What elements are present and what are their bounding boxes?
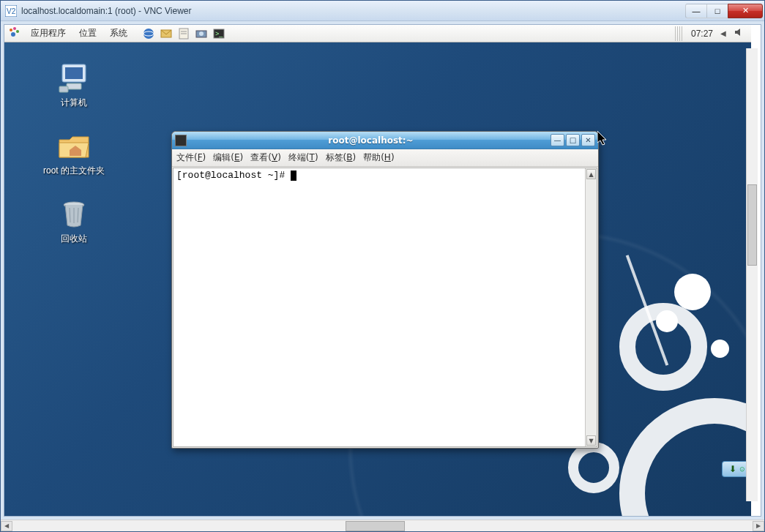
svg-point-2 [10, 29, 12, 31]
svg-rect-17 [65, 67, 83, 79]
launcher-mail-icon[interactable] [158, 27, 174, 40]
wallpaper-dot [674, 274, 711, 310]
desktop-icon-trash[interactable]: 回收站 [34, 198, 114, 245]
panel-clock[interactable]: 07:27 [691, 29, 713, 39]
terminal-menu-help[interactable]: 帮助(H) [363, 151, 394, 164]
desktop-icon-label: root 的主文件夹 [43, 165, 105, 177]
terminal-scrollbar[interactable]: ▲ ▼ [585, 168, 597, 446]
places-menu[interactable]: 位置 [76, 26, 100, 41]
win7-maximize-button[interactable]: □ [706, 4, 728, 18]
wallpaper-dot [711, 340, 729, 358]
vnc-viewer-window: V2 localhost.localdomain:1 (root) - VNC … [0, 0, 765, 532]
terminal-maximize-button[interactable]: □ [566, 134, 580, 146]
applications-menu[interactable]: 应用程序 [28, 26, 69, 41]
panel-grip-icon [675, 26, 684, 41]
vnc-app-icon: V2 [5, 5, 17, 17]
terminal-titlebar-icon [175, 135, 187, 146]
panel-volume-icon[interactable] [734, 27, 744, 40]
win7-minimize-button[interactable]: — [685, 4, 707, 18]
expand-icon: ⊙ [739, 465, 745, 473]
vnc-horizontal-scrollbar[interactable]: ◀ ▶ [1, 520, 764, 531]
vnc-vertical-scrollbar[interactable] [746, 48, 758, 501]
svg-rect-18 [67, 83, 81, 89]
vnc-content-area: 应用程序 位置 系统 >_ 07:27 ◀ [4, 24, 761, 517]
terminal-body-wrap: [root@localhost ~]# ▲ ▼ [173, 168, 597, 447]
terminal-titlebar[interactable]: root@localhost:~ — □ ✕ [172, 132, 598, 149]
svg-point-5 [11, 32, 15, 37]
vnc-vscroll-thumb[interactable] [747, 184, 757, 266]
win7-titlebar[interactable]: V2 localhost.localdomain:1 (root) - VNC … [1, 1, 764, 21]
panel-launchers: >_ [141, 27, 227, 40]
terminal-menubar: 文件(F) 编辑(E) 查看(V) 终端(T) 标签(B) 帮助(H) [172, 149, 598, 167]
home-folder-icon [56, 130, 92, 162]
hscroll-thumb[interactable] [346, 521, 405, 531]
panel-arrow-left-icon[interactable]: ◀ [720, 29, 726, 37]
hscroll-right-button[interactable]: ▶ [753, 521, 764, 531]
win7-title-text: localhost.localdomain:1 (root) - VNC Vie… [21, 6, 686, 16]
wallpaper-swirl [568, 442, 619, 493]
terminal-cursor [291, 171, 296, 181]
gnome-desktop[interactable]: 应用程序 位置 系统 >_ 07:27 ◀ [4, 25, 751, 517]
terminal-menu-terminal[interactable]: 终端(T) [288, 151, 318, 164]
svg-text:V2: V2 [7, 7, 16, 15]
scroll-down-button[interactable]: ▼ [586, 435, 596, 446]
svg-rect-19 [59, 86, 68, 92]
terminal-menu-tabs[interactable]: 标签(B) [326, 151, 357, 164]
terminal-close-button[interactable]: ✕ [581, 134, 595, 146]
terminal-window-controls: — □ ✕ [551, 134, 595, 146]
download-arrow-icon: ⬇ [729, 464, 736, 474]
launcher-notes-icon[interactable] [176, 27, 192, 40]
computer-icon [56, 61, 92, 94]
launcher-browser-icon[interactable] [141, 27, 157, 40]
desktop-icon-home[interactable]: root 的主文件夹 [34, 130, 114, 177]
win7-close-button[interactable]: ✕ [728, 4, 763, 18]
terminal-output[interactable]: [root@localhost ~]# [173, 168, 585, 446]
terminal-prompt: [root@localhost ~]# [176, 170, 291, 181]
trash-icon [56, 198, 92, 230]
terminal-menu-edit[interactable]: 编辑(E) [213, 151, 243, 164]
desktop-icon-computer[interactable]: 计算机 [34, 61, 114, 109]
terminal-minimize-button[interactable]: — [551, 134, 564, 146]
desktop-icon-label: 计算机 [61, 97, 87, 109]
gnome-top-panel: 应用程序 位置 系统 >_ 07:27 ◀ [4, 25, 751, 42]
terminal-menu-file[interactable]: 文件(F) [176, 151, 206, 164]
win7-window-controls: — □ ✕ [686, 4, 763, 18]
svg-point-4 [16, 30, 19, 33]
terminal-window[interactable]: root@localhost:~ — □ ✕ 文件(F) 编辑(E) 查看(V)… [171, 131, 599, 449]
scroll-up-button[interactable]: ▲ [586, 169, 596, 179]
hscroll-left-button[interactable]: ◀ [1, 521, 12, 531]
svg-text:>_: >_ [215, 30, 223, 37]
wallpaper-swirl [619, 398, 751, 517]
desktop-icon-label: 回收站 [61, 233, 87, 245]
system-menu[interactable]: 系统 [107, 26, 130, 41]
launcher-terminal-icon[interactable]: >_ [211, 27, 227, 40]
panel-left-group: 应用程序 位置 系统 >_ [7, 26, 227, 41]
launcher-screenshot-icon[interactable] [193, 27, 209, 40]
gnome-foot-icon [7, 26, 20, 41]
svg-point-6 [143, 29, 154, 39]
svg-point-3 [13, 27, 16, 30]
terminal-title: root@localhost:~ [191, 135, 551, 146]
hscroll-track[interactable] [12, 521, 753, 531]
panel-right-group: 07:27 ◀ [675, 26, 748, 41]
desktop-icons-column: 计算机 root 的主文件夹 回收站 [34, 61, 114, 245]
terminal-menu-view[interactable]: 查看(V) [250, 151, 281, 164]
wallpaper-dot [656, 310, 678, 332]
svg-point-13 [199, 31, 204, 36]
